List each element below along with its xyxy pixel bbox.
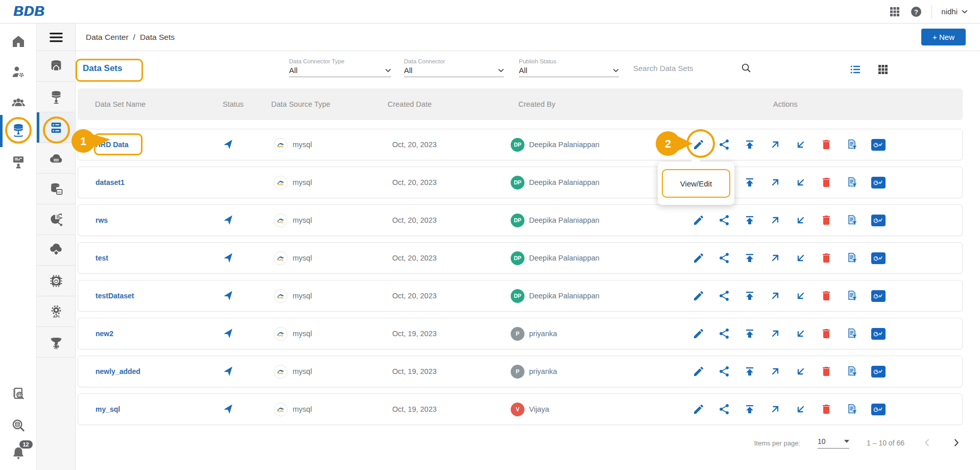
dataset-name-link[interactable]: testDataset [95,292,134,300]
nav-data-sync[interactable] [37,204,75,235]
arrow-up-right-icon[interactable] [769,365,781,378]
arrow-up-right-icon[interactable] [769,290,781,302]
presentation-person-icon[interactable] [11,154,26,170]
share-icon[interactable] [718,290,730,302]
publish-icon[interactable] [744,365,756,378]
share-icon[interactable] [718,214,730,226]
data-prep-icon[interactable] [846,214,858,226]
delete-icon[interactable] [820,214,832,226]
dataset-name-link[interactable]: test [95,254,108,262]
delete-icon[interactable] [820,176,832,189]
arrow-down-left-icon[interactable] [795,365,807,378]
arrow-up-right-icon[interactable] [769,214,781,226]
arrow-down-left-icon[interactable] [795,138,807,151]
delete-icon[interactable] [820,252,832,264]
dataset-name-link[interactable]: my_sql [95,405,120,413]
dataset-name-link[interactable]: newly_added [95,367,140,375]
share-icon[interactable] [718,252,730,264]
data-prep-icon[interactable] [846,403,858,415]
nav-data-lake[interactable] [37,235,75,266]
arrow-down-left-icon[interactable] [795,176,807,189]
audit-log-icon[interactable] [11,386,26,402]
arrow-up-right-icon[interactable] [769,327,781,340]
share-icon[interactable] [718,365,730,378]
nav-api-services[interactable] [37,296,75,327]
data-metrics-icon[interactable] [871,366,886,378]
arrow-down-left-icon[interactable] [795,214,807,226]
filter-publish-status[interactable]: Publish Status All [519,58,619,77]
arrow-up-right-icon[interactable] [769,252,781,264]
publish-icon[interactable] [744,403,756,415]
arrow-down-left-icon[interactable] [795,290,807,302]
edit-icon[interactable] [692,214,705,226]
edit-icon[interactable] [692,327,705,340]
data-prep-icon[interactable] [846,365,858,378]
data-metrics-icon[interactable] [871,404,886,415]
delete-icon[interactable] [820,290,832,302]
data-metrics-icon[interactable] [871,290,886,302]
arrow-down-left-icon[interactable] [795,403,807,415]
data-metrics-icon[interactable] [871,215,886,226]
edit-icon[interactable] [692,365,705,378]
data-center-icon[interactable] [11,123,26,138]
user-menu[interactable]: nidhi [941,7,968,16]
nav-data-connectors[interactable] [37,82,75,112]
nav-data-engine[interactable] [37,266,75,296]
apps-grid-icon[interactable] [889,6,901,18]
help-icon[interactable] [910,6,922,18]
list-view-icon[interactable] [849,63,862,76]
notifications-bell[interactable]: 12 [11,445,26,461]
delete-icon[interactable] [820,403,832,415]
filter-data-connector-type[interactable]: Data Connector Type All [289,58,391,77]
previous-page-icon[interactable] [922,437,933,449]
share-icon[interactable] [718,138,730,151]
new-button[interactable]: + New [921,29,966,45]
data-prep-icon[interactable] [846,176,858,189]
publish-icon[interactable] [744,327,756,340]
arrow-down-left-icon[interactable] [795,327,807,340]
delete-icon[interactable] [820,327,832,340]
edit-icon[interactable] [692,290,705,302]
data-metrics-icon[interactable] [871,139,886,151]
user-groups-icon[interactable] [11,95,26,110]
user-settings-icon[interactable] [11,64,26,80]
data-metrics-icon[interactable] [871,177,886,189]
dataset-name-link[interactable]: HRD Data [95,140,129,149]
arrow-up-right-icon[interactable] [769,176,781,189]
dataset-name-link[interactable]: dataset1 [95,178,125,186]
home-icon[interactable] [11,34,26,49]
publish-icon[interactable] [744,290,756,302]
data-prep-icon[interactable] [846,252,858,264]
data-metrics-icon[interactable] [871,252,886,264]
grid-view-icon[interactable] [877,63,889,76]
edit-icon[interactable] [692,138,705,151]
share-icon[interactable] [718,327,730,340]
page-size-select[interactable]: 10 [818,437,849,449]
delete-icon[interactable] [820,138,832,151]
data-search-icon[interactable] [11,418,26,433]
publish-icon[interactable] [744,138,756,151]
breadcrumb-data-center[interactable]: Data Center [86,33,129,42]
arrow-down-left-icon[interactable] [795,252,807,264]
search-icon[interactable] [740,62,752,74]
nav-data-center-home[interactable] [37,51,75,82]
delete-icon[interactable] [820,365,832,378]
dataset-name-link[interactable]: rws [95,216,108,224]
edit-icon[interactable] [692,403,705,415]
edit-icon[interactable] [692,252,705,264]
arrow-up-right-icon[interactable] [769,403,781,415]
publish-icon[interactable] [744,214,756,226]
next-page-icon[interactable] [950,437,962,449]
nav-data-sets[interactable] [37,112,75,143]
filter-data-connector[interactable]: Data Connector All [404,58,504,77]
search-input[interactable] [633,64,740,73]
data-prep-icon[interactable] [846,327,858,340]
nav-data-as-api[interactable] [37,174,75,204]
sidebar-toggle[interactable] [37,24,75,51]
publish-icon[interactable] [744,176,756,189]
data-prep-icon[interactable] [846,290,858,302]
nav-data-stores[interactable] [37,143,75,174]
publish-icon[interactable] [744,252,756,264]
data-metrics-icon[interactable] [871,328,886,340]
data-prep-icon[interactable] [846,138,858,151]
